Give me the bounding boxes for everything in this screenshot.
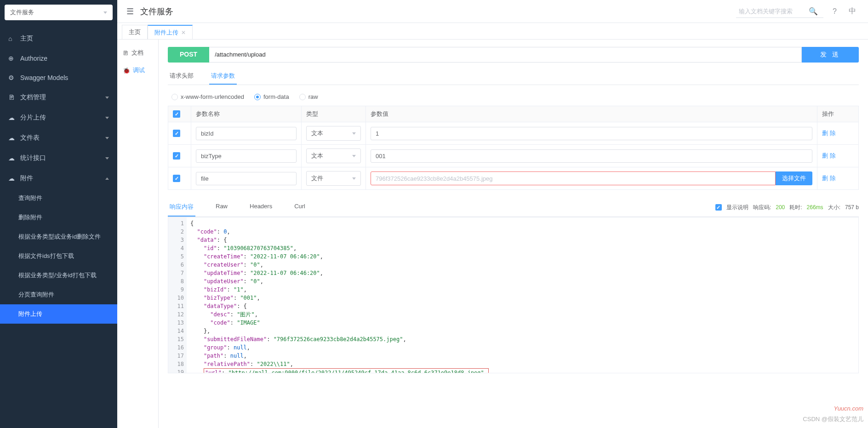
cloud-icon: ☁ <box>8 134 16 142</box>
label: 文档管理 <box>20 93 46 102</box>
sidebar-child-pack-ids[interactable]: 根据文件ids打包下载 <box>0 246 117 266</box>
label: 附件 <box>20 174 33 183</box>
label: 文件表 <box>20 134 40 142</box>
sidebar-item-authorize[interactable]: ⊕Authorize <box>0 49 117 68</box>
label: Authorize <box>20 55 47 62</box>
home-icon: ⌂ <box>8 35 16 42</box>
param-name-input[interactable] <box>196 172 297 185</box>
swagger-icon: ⚙ <box>8 74 16 81</box>
search-box[interactable]: 🔍 <box>736 5 823 18</box>
row-checkbox[interactable] <box>173 175 180 182</box>
chevron-down-icon <box>105 137 109 139</box>
sidebar-item-file-table[interactable]: ☁文件表 <box>0 128 117 148</box>
lang-button[interactable]: 中 <box>846 6 859 16</box>
doc-icon: 🖹 <box>123 50 129 57</box>
service-select-label: 文件服务 <box>10 8 34 17</box>
param-name-input[interactable] <box>196 127 297 140</box>
service-select[interactable]: 文件服务 <box>5 5 113 20</box>
delete-button[interactable]: 删 除 <box>822 130 836 137</box>
sidebar-child-delete[interactable]: 删除附件 <box>0 208 117 227</box>
param-type-select[interactable]: 文本 <box>306 126 361 141</box>
subtab-params[interactable]: 请求参数 <box>209 68 237 85</box>
col-name: 参数名称 <box>191 106 302 122</box>
body-type-radios: x-www-form-urlencoded form-data raw <box>168 91 859 106</box>
menu-toggle-icon[interactable]: ☰ <box>126 6 134 17</box>
row-checkbox[interactable] <box>173 130 180 137</box>
delete-button[interactable]: 删 除 <box>822 152 836 159</box>
sidebar-item-home[interactable]: ⌂主页 <box>0 29 117 49</box>
subtab-headers[interactable]: 请求头部 <box>168 68 195 85</box>
resptab-content[interactable]: 响应内容 <box>168 198 195 217</box>
resptab-raw[interactable]: Raw <box>214 198 229 217</box>
label: 耗时: <box>789 204 802 211</box>
table-header-row: 参数名称 类型 参数值 操作 <box>168 106 859 122</box>
tab-label: 附件上传 <box>154 29 178 37</box>
tab-home[interactable]: 主页 <box>122 25 148 39</box>
chevron-down-icon <box>352 177 356 180</box>
sidebar-child-query[interactable]: 查询附件 <box>0 188 117 208</box>
label: 调试 <box>133 66 145 74</box>
label: 文本 <box>311 152 323 160</box>
resptab-headers[interactable]: Headers <box>248 198 274 217</box>
label: 统计接口 <box>20 154 46 162</box>
label: 大小: <box>828 204 840 211</box>
sidebar-item-swagger[interactable]: ⚙Swagger Models <box>0 68 117 87</box>
params-table: 参数名称 类型 参数值 操作 文本 删 除 <box>168 106 859 190</box>
radio-icon <box>171 94 178 100</box>
sidebar-child-page-query[interactable]: 分页查询附件 <box>0 285 117 304</box>
radio-raw[interactable]: raw <box>299 93 318 100</box>
param-type-select[interactable]: 文件 <box>306 171 361 186</box>
subnav-debug[interactable]: 🐞调试 <box>117 62 158 79</box>
label: 响应码: <box>753 204 771 211</box>
doc-icon: 🖹 <box>8 94 16 101</box>
sidebar-child-upload[interactable]: 附件上传 <box>0 304 117 324</box>
cloud-icon: ☁ <box>8 175 16 182</box>
radio-formdata[interactable]: form-data <box>254 93 289 100</box>
choose-file-button[interactable]: 选择文件 <box>776 171 812 185</box>
label: Swagger Models <box>20 74 68 81</box>
sidebar-item-stats[interactable]: ☁统计接口 <box>0 148 117 168</box>
sidebar-item-attachment[interactable]: ☁附件 <box>0 168 117 188</box>
radio-icon <box>299 94 306 100</box>
cloud-icon: ☁ <box>8 114 16 121</box>
tab-attachment-upload[interactable]: 附件上传✕ <box>148 25 193 39</box>
param-value-input[interactable] <box>371 149 812 163</box>
resptab-curl[interactable]: Curl <box>292 198 307 217</box>
response-status: 显示说明 响应码:200 耗时:266ms 大小:757 b <box>715 198 859 217</box>
row-checkbox[interactable] <box>173 152 180 160</box>
page-title: 文件服务 <box>140 6 173 17</box>
show-desc-checkbox[interactable] <box>715 204 722 211</box>
search-icon[interactable]: 🔍 <box>806 7 821 16</box>
label: 文档 <box>131 49 143 57</box>
label: form-data <box>263 93 289 100</box>
label: 文本 <box>311 129 323 137</box>
chevron-down-icon <box>105 157 109 160</box>
send-button[interactable]: 发 送 <box>802 47 859 63</box>
radio-icon <box>254 94 261 100</box>
param-name-input[interactable] <box>196 149 297 163</box>
response-body[interactable]: 1234567891011121314151617181920212223242… <box>168 217 859 373</box>
sidebar-child-delete-by-biz[interactable]: 根据业务类型或业务id删除文件 <box>0 227 117 246</box>
request-url[interactable]: /attachment/upload <box>209 47 802 63</box>
chevron-down-icon <box>105 117 109 119</box>
radio-urlencoded[interactable]: x-www-form-urlencoded <box>171 93 244 100</box>
file-value-input[interactable] <box>371 171 776 185</box>
sidebar-item-doc-manage[interactable]: 🖹文档管理 <box>0 87 117 108</box>
checkbox-all[interactable] <box>173 110 180 118</box>
sidebar-child-pack-biz[interactable]: 根据业务类型/业务id打包下载 <box>0 266 117 285</box>
param-type-select[interactable]: 文本 <box>306 148 361 163</box>
label: 分片上传 <box>20 114 46 122</box>
content: POST /attachment/upload 发 送 请求头部 请求参数 x-… <box>159 40 868 428</box>
subnav-doc[interactable]: 🖹文档 <box>117 44 158 62</box>
sidebar-item-chunk-upload[interactable]: ☁分片上传 <box>0 108 117 128</box>
param-value-input[interactable] <box>371 127 812 140</box>
close-icon[interactable]: ✕ <box>181 29 186 36</box>
help-icon[interactable]: ? <box>830 7 839 16</box>
file-input-row: 选择文件 <box>371 171 812 185</box>
bug-icon: 🐞 <box>123 67 130 74</box>
search-input[interactable] <box>739 8 803 15</box>
sub-sidebar: 🖹文档 🐞调试 <box>117 40 159 428</box>
delete-button[interactable]: 删 除 <box>822 175 836 182</box>
chevron-down-icon <box>103 11 107 14</box>
col-type: 类型 <box>302 106 366 122</box>
